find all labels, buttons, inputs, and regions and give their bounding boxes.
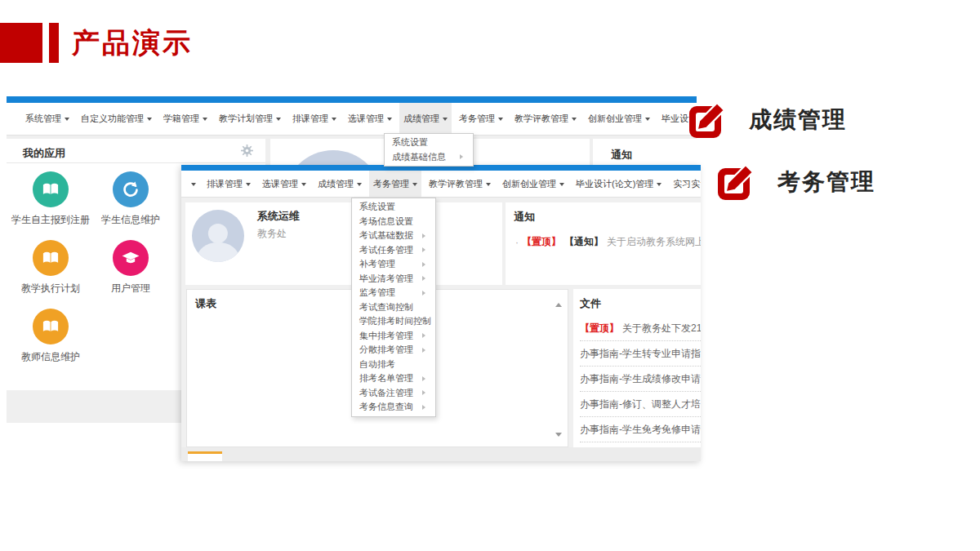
nav-menu-item[interactable]: 实习实训管理 (669, 171, 701, 197)
chevron-down-icon (645, 118, 650, 123)
dropdown-menu-item[interactable]: 毕业清考管理 (352, 272, 435, 287)
file-link[interactable]: 办事指南-修订、调整人才培养方案审批指南 (580, 392, 701, 417)
nav-menu-item[interactable]: 成绩管理 (314, 171, 366, 197)
dropdown-menu-item[interactable]: 考务信息查询 (352, 400, 435, 415)
nav-menu-label: 排课管理 (207, 178, 243, 190)
chevron-right-icon (422, 291, 428, 295)
nav-menu-item[interactable]: 创新创业管理 (584, 103, 654, 135)
user-name: 系统运维 (257, 209, 300, 224)
app-shortcut[interactable]: 教师信息维护 (21, 309, 80, 364)
dropdown-menu-item[interactable]: 成绩基础信息 (385, 150, 473, 165)
window-top-accent-bar (7, 96, 697, 103)
dropdown-menu-item[interactable]: 考试任务管理 (352, 243, 435, 258)
dropdown-menu-label: 自动排考 (359, 358, 395, 372)
nav-menu-label: 自定义功能管理 (81, 113, 144, 125)
open-book-icon (40, 179, 61, 200)
app-shortcut[interactable]: 教学执行计划 (21, 240, 80, 295)
nav-menu-label: 系统管理 (25, 113, 61, 125)
nav-menu-item[interactable]: 毕业设计(论文)管理 (572, 171, 666, 197)
dropdown-menu-item[interactable]: 考试备注管理 (352, 386, 435, 401)
scroll-up-icon[interactable] (555, 300, 562, 307)
chevron-right-icon (460, 154, 466, 159)
clipped-nav-item[interactable] (183, 171, 201, 197)
chevron-right-icon (422, 405, 428, 410)
file-list: 【置顶】 关于教务处下发21项办事指南流程 办事指南-学生转专业申请指南 办事指… (580, 316, 701, 447)
nav-menu-label: 创新创业管理 (588, 113, 642, 125)
dropdown-menu-label: 考试查询控制 (359, 300, 413, 315)
chevron-down-icon (203, 118, 207, 123)
nav-menu-label: 毕业设计(论文)管理 (576, 178, 653, 190)
sync-arrows-icon (120, 179, 141, 200)
chevron-down-icon (191, 183, 196, 189)
nav-menu-item[interactable]: 创新创业管理 (498, 171, 568, 197)
file-link[interactable]: 办事指南-学生免考免修申请指南 (580, 417, 701, 442)
nav-menu-item[interactable]: 教学计划管理 (215, 103, 285, 135)
nav-menu-item[interactable]: 教学评教管理 (425, 171, 495, 197)
nav-menu-item[interactable]: 考务管理 (455, 103, 507, 135)
app-icon (113, 240, 149, 276)
dropdown-menu-item[interactable]: 监考管理 (352, 286, 435, 300)
notice-item[interactable]: · 【置顶】 【通知】 关于启动教务系统网上办理休学和原专业复 (514, 235, 701, 249)
dropdown-menu-item[interactable]: 考试查询控制 (352, 300, 435, 315)
chevron-down-icon (332, 118, 336, 123)
nav-menu-label: 教学评教管理 (514, 113, 568, 125)
gear-icon[interactable] (240, 144, 254, 158)
pinned-badge: 【置顶】 (522, 235, 561, 249)
chevron-right-icon (422, 390, 428, 395)
dropdown-menu-item[interactable]: 自动排考 (352, 358, 435, 372)
notice-panel: 通知 · 【置顶】 【通知】 关于启动教务系统网上办理休学和原专业复 (506, 202, 701, 285)
chevron-right-icon (422, 247, 428, 252)
nav-menu-label: 学籍管理 (163, 113, 199, 125)
dropdown-menu-label: 考试基础数据 (359, 229, 413, 243)
nav-menu-item[interactable]: 学籍管理 (159, 103, 212, 135)
app-shortcut[interactable]: 用户管理 (111, 240, 150, 295)
nav-menu-label: 考务管理 (373, 178, 409, 190)
dropdown-menu-item[interactable]: 分散排考管理 (352, 343, 435, 358)
user-department: 教务处 (257, 227, 287, 241)
file-link[interactable]: 办事指南-学生成绩修改申请（老师申请）指南 (580, 367, 701, 392)
app-icon (113, 171, 149, 207)
dropdown-menu-item[interactable]: 系统设置 (385, 136, 473, 150)
dropdown-menu-label: 系统设置 (392, 136, 428, 150)
dropdown-menu-item[interactable]: 集中排考管理 (352, 329, 435, 344)
dropdown-menu-label: 毕业清考管理 (359, 272, 413, 287)
annotation-label: 考务管理 (777, 167, 875, 198)
bottom-tab[interactable] (188, 451, 222, 461)
nav-menu-label: 排课管理 (292, 113, 328, 125)
dropdown-menu-label: 系统设置 (359, 200, 395, 215)
dropdown-menu-item[interactable]: 排考名单管理 (352, 371, 435, 386)
nav-menu-item[interactable]: 选课管理 (258, 171, 310, 197)
dropdown-menu-item[interactable]: 补考管理 (352, 257, 435, 272)
app-icon (33, 309, 69, 344)
nav-menu-item[interactable]: 考务管理 (369, 171, 421, 197)
chevron-down-icon (486, 183, 491, 189)
open-book-icon (40, 247, 61, 269)
dropdown-menu-label: 分散排考管理 (359, 343, 413, 358)
notice-title: 通知 (514, 211, 535, 223)
nav-menu-item[interactable]: 自定义功能管理 (77, 103, 156, 135)
chevron-right-icon (422, 348, 428, 353)
dropdown-menu-item[interactable]: 考场信息设置 (352, 215, 435, 229)
app-grid: 学生自主报到注册 学生信息维护 教学执行计划 用户管理 教师信息 (11, 171, 174, 364)
scroll-down-icon[interactable] (555, 433, 562, 440)
nav-menu-item[interactable]: 选课管理 (344, 103, 396, 135)
nav-menu-item[interactable]: 教学评教管理 (510, 103, 581, 135)
chevron-down-icon (498, 118, 503, 123)
app-shortcut[interactable]: 学生自主报到注册 (11, 171, 90, 227)
chevron-down-icon (301, 183, 306, 189)
dropdown-menu-item[interactable]: 考试基础数据 (352, 229, 435, 243)
grades-dropdown-menu: 系统设置 成绩基础信息 (384, 133, 474, 167)
dropdown-menu-label: 集中排考管理 (359, 329, 413, 344)
dropdown-menu-item[interactable]: 学院排考时间控制 (352, 314, 435, 329)
dropdown-menu-item[interactable]: 系统设置 (352, 200, 435, 215)
file-link[interactable]: 办事指南-学生转专业申请指南 (580, 341, 701, 367)
nav-menu-item[interactable]: 成绩管理 (399, 103, 452, 135)
file-link-label: 办事指南-学生转专业申请指南 (580, 347, 701, 361)
dropdown-menu-label: 排考名单管理 (359, 371, 413, 386)
file-link[interactable]: 【置顶】 关于教务处下发21项办事指南流程 (580, 316, 701, 341)
dropdown-menu-label: 成绩基础信息 (392, 150, 446, 165)
app-shortcut[interactable]: 学生信息维护 (101, 171, 160, 227)
nav-menu-item[interactable]: 排课管理 (288, 103, 341, 135)
nav-menu-item[interactable]: 排课管理 (203, 171, 255, 197)
nav-menu-item[interactable]: 系统管理 (21, 103, 74, 135)
